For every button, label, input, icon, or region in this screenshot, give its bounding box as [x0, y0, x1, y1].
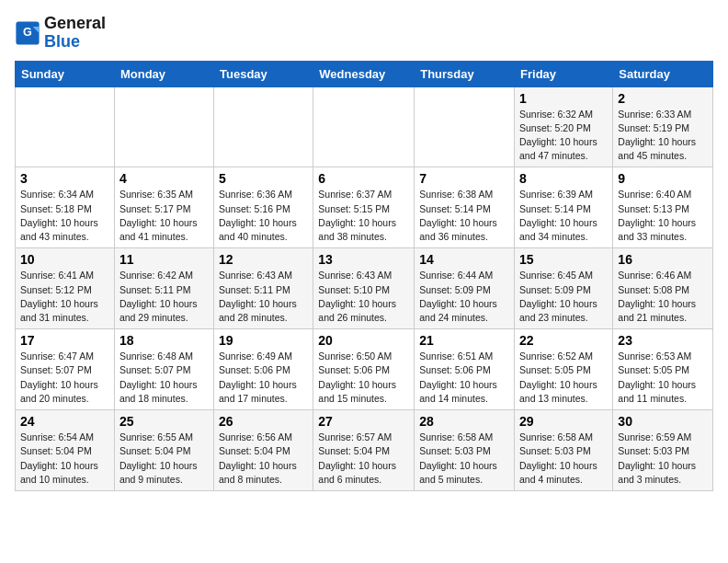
day-info: Sunrise: 6:46 AM Sunset: 5:08 PM Dayligh…: [618, 269, 708, 325]
calendar-cell: 7Sunrise: 6:38 AM Sunset: 5:14 PM Daylig…: [415, 167, 515, 248]
weekday-header-sunday: Sunday: [16, 61, 115, 86]
day-info: Sunrise: 6:39 AM Sunset: 5:14 PM Dayligh…: [519, 188, 608, 244]
day-number: 13: [318, 252, 409, 267]
day-info: Sunrise: 6:42 AM Sunset: 5:11 PM Dayligh…: [119, 269, 209, 325]
day-info: Sunrise: 6:58 AM Sunset: 5:03 PM Dayligh…: [419, 431, 509, 487]
day-info: Sunrise: 6:37 AM Sunset: 5:15 PM Dayligh…: [318, 188, 409, 244]
weekday-header-saturday: Saturday: [613, 61, 713, 86]
day-number: 19: [219, 333, 308, 348]
calendar-table: SundayMondayTuesdayWednesdayThursdayFrid…: [15, 61, 713, 491]
day-info: Sunrise: 6:38 AM Sunset: 5:14 PM Dayligh…: [419, 188, 509, 244]
day-info: Sunrise: 6:55 AM Sunset: 5:04 PM Dayligh…: [119, 431, 209, 487]
weekday-header-friday: Friday: [515, 61, 613, 86]
calendar-cell: 22Sunrise: 6:52 AM Sunset: 5:05 PM Dayli…: [515, 329, 613, 410]
calendar-cell: 13Sunrise: 6:43 AM Sunset: 5:10 PM Dayli…: [313, 248, 415, 329]
calendar-cell: 28Sunrise: 6:58 AM Sunset: 5:03 PM Dayli…: [415, 410, 515, 491]
calendar-cell: 3Sunrise: 6:34 AM Sunset: 5:18 PM Daylig…: [16, 167, 115, 248]
day-number: 17: [20, 333, 109, 348]
svg-text:G: G: [23, 26, 32, 39]
calendar-cell: [214, 86, 313, 167]
day-number: 10: [20, 252, 109, 267]
day-info: Sunrise: 6:54 AM Sunset: 5:04 PM Dayligh…: [20, 431, 109, 487]
day-info: Sunrise: 6:32 AM Sunset: 5:20 PM Dayligh…: [519, 108, 608, 164]
calendar-cell: 14Sunrise: 6:44 AM Sunset: 5:09 PM Dayli…: [415, 248, 515, 329]
calendar-cell: 25Sunrise: 6:55 AM Sunset: 5:04 PM Dayli…: [114, 410, 213, 491]
day-number: 23: [618, 333, 708, 348]
calendar-cell: 6Sunrise: 6:37 AM Sunset: 5:15 PM Daylig…: [313, 167, 415, 248]
calendar-cell: 12Sunrise: 6:43 AM Sunset: 5:11 PM Dayli…: [214, 248, 313, 329]
day-info: Sunrise: 6:59 AM Sunset: 5:03 PM Dayligh…: [618, 431, 708, 487]
day-info: Sunrise: 6:48 AM Sunset: 5:07 PM Dayligh…: [119, 350, 209, 406]
day-number: 16: [618, 252, 708, 267]
day-number: 3: [20, 171, 109, 186]
day-info: Sunrise: 6:40 AM Sunset: 5:13 PM Dayligh…: [618, 188, 708, 244]
calendar-cell: [313, 86, 415, 167]
logo: G General Blue: [15, 15, 106, 52]
calendar-cell: 21Sunrise: 6:51 AM Sunset: 5:06 PM Dayli…: [415, 329, 515, 410]
day-number: 20: [318, 333, 409, 348]
day-number: 5: [219, 171, 308, 186]
day-number: 22: [519, 333, 608, 348]
calendar-cell: 11Sunrise: 6:42 AM Sunset: 5:11 PM Dayli…: [114, 248, 213, 329]
day-number: 9: [618, 171, 708, 186]
day-number: 15: [519, 252, 608, 267]
day-info: Sunrise: 6:44 AM Sunset: 5:09 PM Dayligh…: [419, 269, 509, 325]
day-info: Sunrise: 6:45 AM Sunset: 5:09 PM Dayligh…: [519, 269, 608, 325]
day-info: Sunrise: 6:34 AM Sunset: 5:18 PM Dayligh…: [20, 188, 109, 244]
day-info: Sunrise: 6:36 AM Sunset: 5:16 PM Dayligh…: [219, 188, 308, 244]
day-number: 24: [20, 414, 109, 429]
calendar-cell: 1Sunrise: 6:32 AM Sunset: 5:20 PM Daylig…: [515, 86, 613, 167]
day-info: Sunrise: 6:41 AM Sunset: 5:12 PM Dayligh…: [20, 269, 109, 325]
logo-text: General Blue: [44, 15, 106, 52]
day-number: 1: [519, 91, 608, 106]
day-info: Sunrise: 6:33 AM Sunset: 5:19 PM Dayligh…: [618, 108, 708, 164]
day-number: 4: [119, 171, 209, 186]
day-number: 11: [119, 252, 209, 267]
day-info: Sunrise: 6:43 AM Sunset: 5:10 PM Dayligh…: [318, 269, 409, 325]
calendar-cell: 8Sunrise: 6:39 AM Sunset: 5:14 PM Daylig…: [515, 167, 613, 248]
day-number: 12: [219, 252, 308, 267]
day-info: Sunrise: 6:51 AM Sunset: 5:06 PM Dayligh…: [419, 350, 509, 406]
calendar-cell: [16, 86, 115, 167]
weekday-header-thursday: Thursday: [415, 61, 515, 86]
calendar-cell: 5Sunrise: 6:36 AM Sunset: 5:16 PM Daylig…: [214, 167, 313, 248]
weekday-header-tuesday: Tuesday: [214, 61, 313, 86]
day-info: Sunrise: 6:50 AM Sunset: 5:06 PM Dayligh…: [318, 350, 409, 406]
day-number: 21: [419, 333, 509, 348]
day-number: 28: [419, 414, 509, 429]
calendar-cell: [114, 86, 213, 167]
calendar-cell: 23Sunrise: 6:53 AM Sunset: 5:05 PM Dayli…: [613, 329, 713, 410]
calendar-cell: 27Sunrise: 6:57 AM Sunset: 5:04 PM Dayli…: [313, 410, 415, 491]
day-number: 25: [119, 414, 209, 429]
calendar-cell: 15Sunrise: 6:45 AM Sunset: 5:09 PM Dayli…: [515, 248, 613, 329]
logo-icon: G: [15, 20, 40, 46]
day-number: 18: [119, 333, 209, 348]
calendar-cell: 30Sunrise: 6:59 AM Sunset: 5:03 PM Dayli…: [613, 410, 713, 491]
day-number: 27: [318, 414, 409, 429]
day-info: Sunrise: 6:52 AM Sunset: 5:05 PM Dayligh…: [519, 350, 608, 406]
day-number: 26: [219, 414, 308, 429]
calendar-cell: [415, 86, 515, 167]
calendar-cell: 4Sunrise: 6:35 AM Sunset: 5:17 PM Daylig…: [114, 167, 213, 248]
calendar-cell: 19Sunrise: 6:49 AM Sunset: 5:06 PM Dayli…: [214, 329, 313, 410]
day-info: Sunrise: 6:49 AM Sunset: 5:06 PM Dayligh…: [219, 350, 308, 406]
calendar-cell: 26Sunrise: 6:56 AM Sunset: 5:04 PM Dayli…: [214, 410, 313, 491]
day-number: 2: [618, 91, 708, 106]
day-number: 7: [419, 171, 509, 186]
calendar-cell: 24Sunrise: 6:54 AM Sunset: 5:04 PM Dayli…: [16, 410, 115, 491]
day-info: Sunrise: 6:56 AM Sunset: 5:04 PM Dayligh…: [219, 431, 308, 487]
day-number: 29: [519, 414, 608, 429]
day-info: Sunrise: 6:57 AM Sunset: 5:04 PM Dayligh…: [318, 431, 409, 487]
calendar-cell: 29Sunrise: 6:58 AM Sunset: 5:03 PM Dayli…: [515, 410, 613, 491]
day-number: 14: [419, 252, 509, 267]
day-info: Sunrise: 6:53 AM Sunset: 5:05 PM Dayligh…: [618, 350, 708, 406]
calendar-cell: 16Sunrise: 6:46 AM Sunset: 5:08 PM Dayli…: [613, 248, 713, 329]
calendar-cell: 17Sunrise: 6:47 AM Sunset: 5:07 PM Dayli…: [16, 329, 115, 410]
day-info: Sunrise: 6:47 AM Sunset: 5:07 PM Dayligh…: [20, 350, 109, 406]
calendar-cell: 9Sunrise: 6:40 AM Sunset: 5:13 PM Daylig…: [613, 167, 713, 248]
weekday-header-monday: Monday: [114, 61, 213, 86]
calendar-cell: 18Sunrise: 6:48 AM Sunset: 5:07 PM Dayli…: [114, 329, 213, 410]
calendar-cell: 2Sunrise: 6:33 AM Sunset: 5:19 PM Daylig…: [613, 86, 713, 167]
day-info: Sunrise: 6:58 AM Sunset: 5:03 PM Dayligh…: [519, 431, 608, 487]
calendar-cell: 20Sunrise: 6:50 AM Sunset: 5:06 PM Dayli…: [313, 329, 415, 410]
